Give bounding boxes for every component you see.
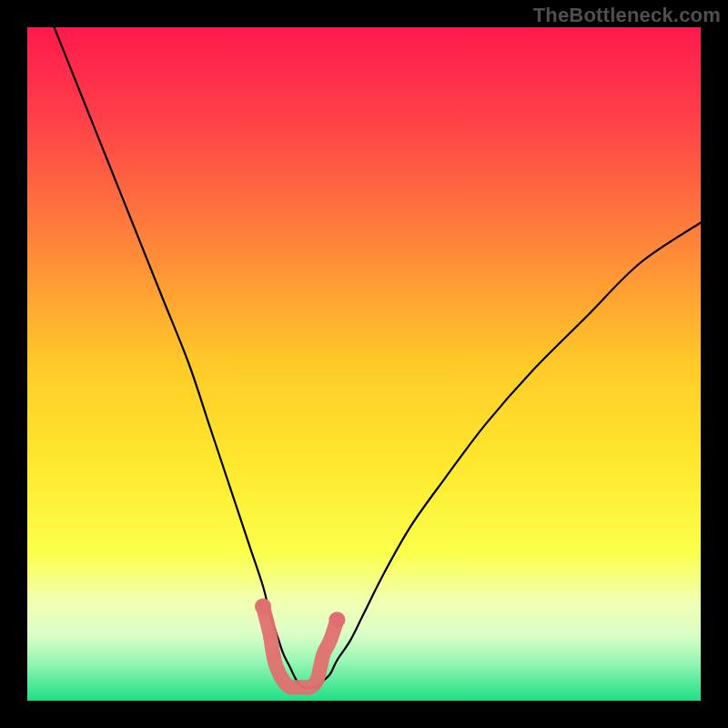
gradient-background — [27, 27, 701, 701]
valley-marker-endpoint — [255, 598, 271, 614]
watermark-text: TheBottleneck.com — [533, 4, 721, 27]
chart-frame: TheBottleneck.com — [0, 0, 728, 728]
plot-area — [27, 27, 701, 701]
chart-svg — [27, 27, 701, 701]
valley-marker-endpoint — [329, 612, 345, 628]
